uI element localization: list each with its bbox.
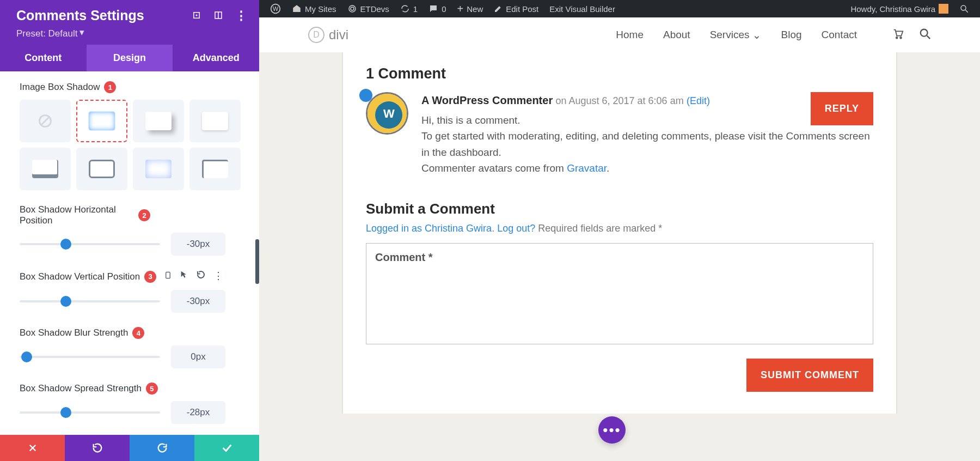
svg-point-17	[921, 29, 928, 36]
builder-fab[interactable]: •••	[598, 416, 626, 444]
comment-edit-link[interactable]: (Edit)	[687, 95, 710, 106]
shadow-preset-5[interactable]	[76, 148, 127, 190]
badge-2: 2	[138, 209, 150, 221]
logout-link[interactable]: Log out?	[497, 223, 535, 234]
shadow-preset-grid	[20, 100, 245, 190]
wp-admin-bar: W My Sites ETDevs 1 0 +New Edit Post Exi…	[259, 0, 980, 17]
shadow-preset-6[interactable]	[133, 148, 184, 190]
panel-tabs: Content Design Advanced	[0, 45, 259, 71]
badge-4: 4	[132, 327, 144, 339]
comment-text-line: Hi, this is a comment.	[421, 112, 873, 128]
badge-3: 3	[144, 271, 156, 283]
svg-point-1	[196, 15, 197, 16]
nav-blog[interactable]: Blog	[781, 29, 801, 41]
svg-point-15	[896, 37, 898, 38]
user-avatar-icon	[939, 4, 948, 14]
required-note: Required fields are marked *	[538, 223, 662, 234]
slider-spread[interactable]	[20, 411, 160, 414]
comment-textarea[interactable]	[366, 243, 873, 344]
site-link[interactable]: ETDevs	[342, 4, 395, 14]
admin-search-icon[interactable]	[954, 4, 975, 14]
label-v-position: Box Shadow Vertical Position 3 ⋮	[20, 270, 245, 283]
my-sites-link[interactable]: My Sites	[286, 4, 342, 14]
redo-button[interactable]	[130, 435, 194, 461]
settings-panel: Comments Settings ⋮ Preset: Default▾ Con…	[0, 0, 259, 461]
edit-post-link[interactable]: Edit Post	[488, 4, 544, 14]
hover-icon[interactable]	[180, 270, 188, 283]
panel-footer	[0, 435, 259, 461]
preview-pane: W My Sites ETDevs 1 0 +New Edit Post Exi…	[259, 0, 980, 461]
comment-meta: A WordPress Commenter on August 6, 2017 …	[421, 92, 873, 109]
nav-contact[interactable]: Contact	[822, 29, 857, 41]
slider-v-position[interactable]	[20, 300, 160, 302]
nav-about[interactable]: About	[663, 29, 690, 41]
option-more-icon[interactable]: ⋮	[213, 270, 223, 283]
search-icon[interactable]	[919, 28, 931, 43]
svg-point-13	[961, 5, 966, 10]
site-header: D divi Home About Services ⌄ Blog Contac…	[259, 17, 980, 52]
reset-icon[interactable]	[196, 270, 206, 283]
wp-logo[interactable]: W	[265, 3, 286, 14]
shadow-preset-none[interactable]	[20, 100, 71, 142]
comment-author: A WordPress Commenter	[421, 94, 553, 106]
reply-button[interactable]: REPLY	[811, 92, 873, 125]
tab-design[interactable]: Design	[87, 45, 173, 71]
tab-advanced[interactable]: Advanced	[173, 45, 259, 71]
value-h-position[interactable]: -30px	[171, 233, 225, 256]
scrollbar-thumb[interactable]	[255, 239, 259, 284]
label-spread: Box Shadow Spread Strength 5	[20, 383, 245, 395]
badge-5: 5	[146, 383, 158, 395]
svg-point-11	[351, 7, 354, 10]
comment-text-line: Commenter avatars come from Gravatar.	[421, 160, 873, 176]
comments-heading: 1 Comment	[366, 65, 873, 82]
main-nav: Home About Services ⌄ Blog Contact	[616, 28, 931, 43]
slider-handle[interactable]	[21, 351, 32, 362]
gravatar-link[interactable]: Gravatar	[567, 162, 607, 174]
shadow-preset-3[interactable]	[189, 100, 241, 142]
tab-content[interactable]: Content	[0, 45, 87, 71]
comment-text-line: To get started with moderating, editing,…	[421, 128, 873, 160]
comments-module: 1 Comment A WordPress Commenter on Augus…	[342, 52, 897, 414]
howdy-user[interactable]: Howdy, Christina Gwira	[845, 4, 954, 14]
undo-button[interactable]	[65, 435, 130, 461]
slider-handle[interactable]	[60, 239, 71, 250]
panel-body: Image Box Shadow 1 Box Shadow Horizontal…	[0, 71, 259, 435]
submit-heading: Submit a Comment	[366, 201, 873, 217]
slider-handle[interactable]	[60, 296, 71, 307]
chevron-down-icon: ⌄	[752, 29, 761, 41]
label-h-position: Box Shadow Horizontal Position 2	[20, 204, 245, 226]
cancel-button[interactable]	[0, 435, 65, 461]
cart-icon[interactable]	[892, 28, 904, 43]
comments-link[interactable]: 0	[423, 4, 451, 14]
badge-1: 1	[104, 81, 116, 93]
slider-blur[interactable]	[20, 356, 160, 358]
shadow-preset-4[interactable]	[20, 148, 71, 190]
expand-icon[interactable]	[192, 8, 201, 23]
nav-services[interactable]: Services ⌄	[710, 29, 762, 41]
slider-h-position[interactable]	[20, 243, 160, 245]
shadow-preset-7[interactable]	[189, 148, 241, 190]
value-blur[interactable]: 0px	[171, 345, 225, 368]
logged-in-link[interactable]: Logged in as Christina Gwira	[366, 223, 492, 234]
shadow-preset-2[interactable]	[133, 100, 184, 142]
svg-text:W: W	[273, 5, 279, 12]
slider-handle[interactable]	[60, 407, 71, 418]
updates-link[interactable]: 1	[395, 4, 423, 14]
svg-line-14	[965, 10, 968, 13]
save-button[interactable]	[194, 435, 259, 461]
value-v-position[interactable]: -30px	[171, 290, 225, 313]
new-link[interactable]: +New	[452, 3, 489, 15]
submit-comment-button[interactable]: SUBMIT COMMENT	[746, 359, 873, 392]
value-spread[interactable]: -28px	[171, 401, 225, 424]
device-icon[interactable]	[164, 270, 172, 283]
layout-icon[interactable]	[213, 8, 223, 23]
exit-builder-link[interactable]: Exit Visual Builder	[544, 4, 621, 14]
shadow-preset-1[interactable]	[76, 100, 127, 142]
panel-header: Comments Settings ⋮ Preset: Default▾	[0, 0, 259, 45]
commenter-avatar	[366, 92, 408, 135]
site-logo[interactable]: D divi	[308, 27, 348, 43]
preset-dropdown[interactable]: Preset: Default▾	[16, 28, 247, 39]
comment-date: August 6, 2017 at 6:06 am	[568, 95, 683, 106]
more-icon[interactable]: ⋮	[235, 9, 247, 23]
nav-home[interactable]: Home	[616, 29, 644, 41]
